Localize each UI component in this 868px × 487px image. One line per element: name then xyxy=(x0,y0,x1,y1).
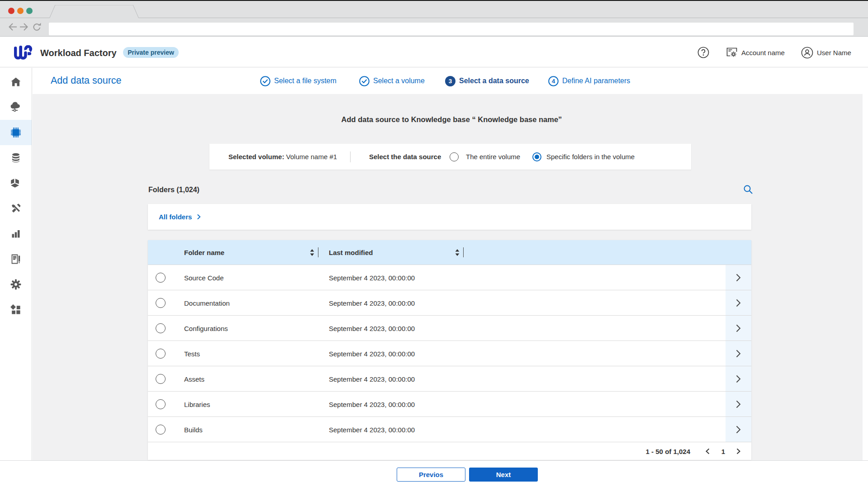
svg-text:4: 4 xyxy=(552,78,555,85)
svg-text:3: 3 xyxy=(449,78,452,85)
